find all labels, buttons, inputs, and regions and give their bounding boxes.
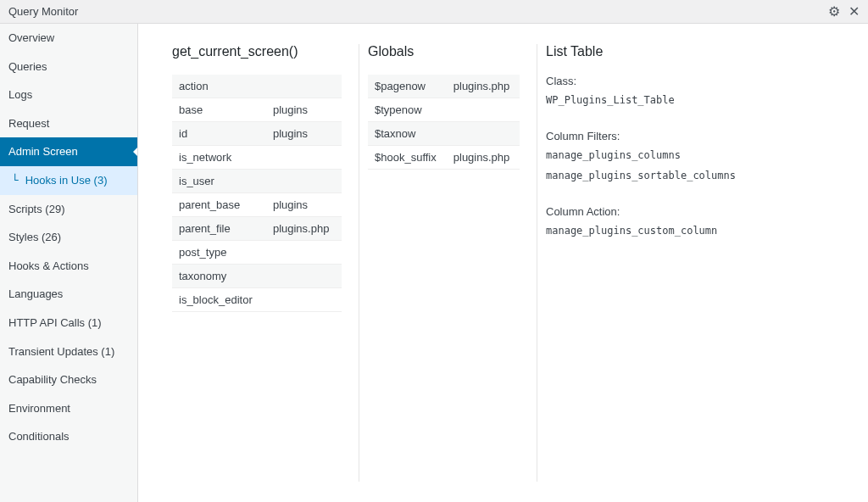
titlebar-actions: ⚙ ✕ bbox=[828, 5, 860, 19]
panel-heading: Globals bbox=[368, 44, 520, 59]
sidebar-item[interactable]: Hooks & Actions bbox=[0, 252, 137, 281]
sidebar-item[interactable]: Styles (26) bbox=[0, 223, 137, 252]
value-cell bbox=[266, 265, 342, 288]
list-table-panel: List Table Class: WP_Plugins_List_Table … bbox=[537, 44, 843, 482]
screen-table: actionbasepluginsidpluginsis_networkis_u… bbox=[172, 75, 342, 312]
sidebar-item[interactable]: Queries bbox=[0, 53, 137, 81]
panel-heading: List Table bbox=[546, 44, 834, 59]
key-cell: post_type bbox=[172, 241, 266, 265]
key-cell: is_network bbox=[172, 146, 266, 170]
table-row: is_block_editor bbox=[172, 288, 342, 312]
table-row: is_network bbox=[172, 146, 342, 170]
key-cell: $typenow bbox=[368, 98, 447, 122]
key-cell: action bbox=[172, 75, 266, 98]
value-cell bbox=[266, 75, 342, 98]
sidebar-item[interactable]: Scripts (29) bbox=[0, 195, 137, 224]
value-cell bbox=[266, 288, 342, 312]
table-row: idplugins bbox=[172, 122, 342, 146]
globals-table: $pagenowplugins.php$typenow$taxnow$hook_… bbox=[368, 75, 520, 170]
close-icon[interactable]: ✕ bbox=[849, 5, 860, 19]
key-cell: parent_file bbox=[172, 217, 266, 241]
action-label: Column Action: bbox=[546, 205, 834, 218]
table-row: taxonomy bbox=[172, 265, 342, 288]
key-cell: is_user bbox=[172, 170, 266, 193]
table-row: baseplugins bbox=[172, 98, 342, 122]
value-cell: plugins.php bbox=[266, 217, 342, 241]
table-row: $typenow bbox=[368, 98, 520, 122]
table-row: $taxnow bbox=[368, 122, 520, 146]
value-cell bbox=[266, 170, 342, 193]
value-cell: plugins.php bbox=[447, 146, 520, 170]
sidebar-item[interactable]: Logs bbox=[0, 81, 137, 109]
key-cell: taxonomy bbox=[172, 265, 266, 288]
value-cell bbox=[266, 241, 342, 265]
table-row: post_type bbox=[172, 241, 342, 265]
sidebar-item[interactable]: Admin Screen bbox=[0, 137, 137, 166]
table-row: parent_baseplugins bbox=[172, 193, 342, 217]
class-value: WP_Plugins_List_Table bbox=[546, 94, 834, 106]
sidebar-item[interactable]: HTTP API Calls (1) bbox=[0, 309, 137, 337]
content: OverviewQueriesLogsRequestAdmin ScreenHo… bbox=[0, 24, 868, 502]
value-cell: plugins.php bbox=[447, 75, 520, 98]
key-cell: $taxnow bbox=[368, 122, 447, 146]
sidebar-item[interactable]: Request bbox=[0, 109, 137, 138]
value-cell: plugins bbox=[266, 193, 342, 217]
titlebar: Query Monitor ⚙ ✕ bbox=[0, 0, 868, 24]
filters-label: Column Filters: bbox=[546, 130, 834, 142]
value-cell: plugins bbox=[266, 122, 342, 146]
sidebar-item[interactable]: Conditionals bbox=[0, 422, 137, 451]
key-cell: parent_base bbox=[172, 193, 266, 217]
sidebar-item[interactable]: Languages bbox=[0, 280, 137, 309]
main: get_current_screen() actionbasepluginsid… bbox=[138, 24, 868, 502]
key-cell: $hook_suffix bbox=[368, 146, 447, 170]
value-cell bbox=[447, 98, 520, 122]
key-cell: base bbox=[172, 98, 266, 122]
filter-value: manage_plugins_sortable_columns bbox=[546, 170, 834, 181]
action-value: manage_plugins_custom_column bbox=[546, 225, 834, 237]
table-row: $hook_suffixplugins.php bbox=[368, 146, 520, 170]
value-cell: plugins bbox=[266, 98, 342, 122]
titlebar-title: Query Monitor bbox=[8, 5, 828, 18]
globals-panel: Globals $pagenowplugins.php$typenow$taxn… bbox=[359, 44, 528, 482]
screen-panel: get_current_screen() actionbasepluginsid… bbox=[164, 44, 350, 482]
table-row: parent_fileplugins.php bbox=[172, 217, 342, 241]
sidebar-item[interactable]: Hooks in Use (3) bbox=[0, 166, 137, 195]
key-cell: is_block_editor bbox=[172, 288, 266, 312]
panel-heading: get_current_screen() bbox=[172, 44, 342, 59]
table-row: is_user bbox=[172, 170, 342, 193]
sidebar-item[interactable]: Overview bbox=[0, 24, 137, 53]
value-cell bbox=[266, 146, 342, 170]
filter-value: manage_plugins_columns bbox=[546, 149, 834, 161]
sidebar: OverviewQueriesLogsRequestAdmin ScreenHo… bbox=[0, 24, 138, 502]
class-label: Class: bbox=[546, 75, 834, 87]
table-row: $pagenowplugins.php bbox=[368, 75, 520, 98]
sidebar-item[interactable]: Environment bbox=[0, 394, 137, 423]
table-row: action bbox=[172, 75, 342, 98]
sidebar-item[interactable]: Transient Updates (1) bbox=[0, 337, 137, 366]
key-cell: $pagenow bbox=[368, 75, 447, 98]
value-cell bbox=[447, 122, 520, 146]
key-cell: id bbox=[172, 122, 266, 146]
sidebar-item[interactable]: Capability Checks bbox=[0, 365, 137, 394]
settings-icon[interactable]: ⚙ bbox=[828, 5, 840, 19]
